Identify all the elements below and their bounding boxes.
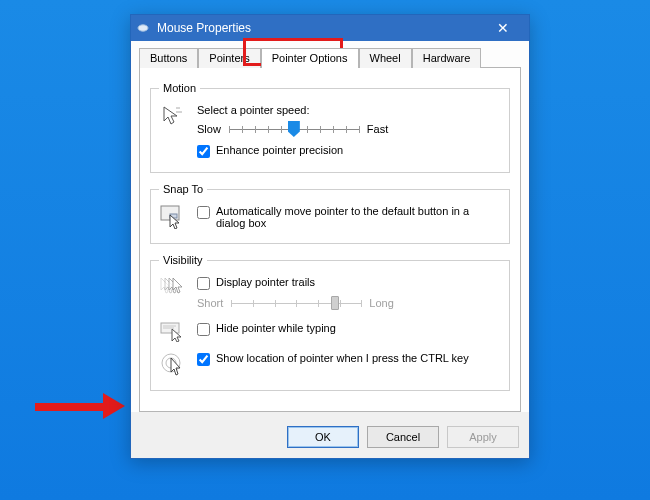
tab-label: Wheel (370, 52, 401, 64)
pointer-trails-input[interactable] (197, 277, 210, 290)
ctrl-locate-input[interactable] (197, 353, 210, 366)
group-motion-legend: Motion (159, 82, 200, 94)
group-visibility: Visibility (150, 254, 510, 391)
apply-label: Apply (469, 431, 497, 443)
client-area: Buttons Pointers Pointer Options Wheel H… (131, 41, 529, 412)
pointer-speed-heading: Select a pointer speed: (197, 104, 501, 116)
pointer-trails-icon (159, 276, 187, 298)
cursor-speed-icon (159, 104, 187, 128)
tab-panel-pointer-options: Motion Select a pointer speed: Slow (139, 67, 521, 412)
tab-label: Buttons (150, 52, 187, 64)
hide-typing-icon (159, 322, 187, 342)
pointer-trails-label: Display pointer trails (216, 276, 315, 288)
snap-to-input[interactable] (197, 206, 210, 219)
tab-label: Hardware (423, 52, 471, 64)
group-visibility-legend: Visibility (159, 254, 207, 266)
tab-label: Pointers (209, 52, 249, 64)
tab-wheel[interactable]: Wheel (359, 48, 412, 68)
tab-pointers[interactable]: Pointers (198, 48, 260, 68)
pointer-trails-slider (231, 294, 361, 312)
callout-arrow (35, 395, 135, 417)
hide-while-typing-checkbox[interactable]: Hide pointer while typing (197, 322, 501, 336)
enhance-precision-label: Enhance pointer precision (216, 144, 343, 156)
enhance-precision-input[interactable] (197, 145, 210, 158)
trails-long-label: Long (369, 297, 393, 309)
group-snap-legend: Snap To (159, 183, 207, 195)
cancel-button[interactable]: Cancel (367, 426, 439, 448)
tab-pointer-options[interactable]: Pointer Options (261, 48, 359, 68)
apply-button: Apply (447, 426, 519, 448)
titlebar[interactable]: Mouse Properties ✕ (131, 15, 529, 41)
snap-to-label: Automatically move pointer to the defaul… (216, 205, 501, 229)
svg-point-0 (138, 25, 148, 31)
ctrl-locate-icon (159, 352, 187, 376)
tab-hardware[interactable]: Hardware (412, 48, 482, 68)
group-snap-to: Snap To Automatically move pointer to th… (150, 183, 510, 244)
mouse-properties-window: Mouse Properties ✕ Buttons Pointers Poin… (130, 14, 530, 459)
group-motion: Motion Select a pointer speed: Slow (150, 82, 510, 173)
ctrl-locate-label: Show location of pointer when I press th… (216, 352, 469, 364)
speed-slow-label: Slow (197, 123, 221, 135)
close-button[interactable]: ✕ (483, 15, 523, 41)
cancel-label: Cancel (386, 431, 420, 443)
pointer-speed-slider[interactable] (229, 120, 359, 138)
window-title: Mouse Properties (157, 21, 483, 35)
ctrl-locate-checkbox[interactable]: Show location of pointer when I press th… (197, 352, 501, 366)
tab-buttons[interactable]: Buttons (139, 48, 198, 68)
mouse-icon (137, 23, 151, 33)
trails-short-label: Short (197, 297, 223, 309)
snap-to-icon (159, 205, 187, 229)
ok-label: OK (315, 431, 331, 443)
enhance-precision-checkbox[interactable]: Enhance pointer precision (197, 144, 501, 158)
hide-while-typing-input[interactable] (197, 323, 210, 336)
tab-label: Pointer Options (272, 52, 348, 64)
speed-fast-label: Fast (367, 123, 388, 135)
ok-button[interactable]: OK (287, 426, 359, 448)
dialog-button-row: OK Cancel Apply (131, 418, 529, 458)
pointer-trails-checkbox[interactable]: Display pointer trails (197, 276, 501, 290)
snap-to-checkbox[interactable]: Automatically move pointer to the defaul… (197, 205, 501, 229)
tab-strip: Buttons Pointers Pointer Options Wheel H… (135, 47, 525, 67)
hide-while-typing-label: Hide pointer while typing (216, 322, 336, 334)
